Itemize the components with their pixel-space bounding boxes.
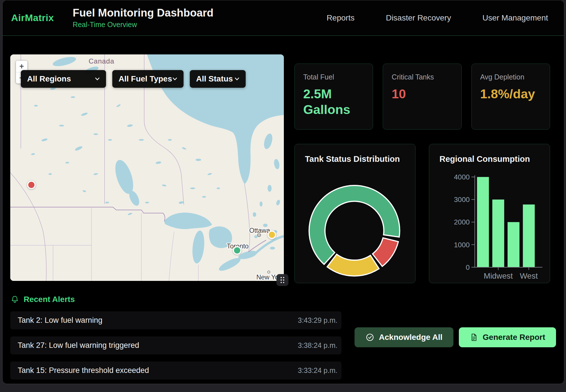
svg-text:4000: 4000 [454,173,470,181]
map-filters: All Regions All Fuel Types All Status [21,70,246,88]
stat-card-critical-tanks: Critical Tanks 10 [383,64,461,130]
chevron-down-icon [172,77,177,80]
svg-text:Midwest: Midwest [484,271,513,280]
page-subtitle: Real-Time Overview [73,21,213,29]
main-nav: Reports Disaster Recovery User Managemen… [327,13,548,23]
svg-text:3000: 3000 [454,196,470,203]
chevron-down-icon [95,77,100,80]
tank-marker-critical[interactable] [27,181,36,189]
check-circle-icon [365,333,374,342]
main-content: Canada Ottawa Toronto New York + − All R… [3,36,564,283]
regional-consumption-chart-card: Regional Consumption 01000200030004000Mi… [429,144,550,283]
alert-row: Tank 2: Low fuel warning 3:43:29 p.m. [10,311,341,329]
drag-dots-icon [279,276,286,284]
bell-icon [10,295,19,304]
map-panel: Canada Ottawa Toronto New York + − All R… [10,54,284,281]
fuel-type-filter-select[interactable]: All Fuel Types [112,70,184,88]
alert-time: 3:38:24 p.m. [298,341,337,350]
stat-card-avg-depletion: Avg Depletion 1.8%/day [471,64,550,130]
nav-user-management[interactable]: User Management [482,13,548,23]
svg-text:0: 0 [466,264,470,271]
alerts-title: Recent Alerts [24,295,75,304]
alert-time: 3:43:29 p.m. [298,316,337,324]
report-file-icon [470,333,478,342]
alert-row: Tank 15: Pressure threshold exceeded 3:3… [10,362,341,379]
chart-title: Regional Consumption [439,154,530,164]
stat-value: 1.8%/day [480,86,530,102]
chevron-down-icon [235,77,239,80]
svg-text:West: West [520,271,538,280]
status-filter-value: All Status [196,74,233,83]
acknowledge-all-button[interactable]: Acknowledge All [355,327,453,347]
charts-row: Tank Status Distribution Regional Consum… [294,144,550,283]
alert-message: Tank 27: Low fuel warning triggered [18,341,139,350]
right-column: Total Fuel 2.5M Gallons Critical Tanks 1… [294,64,564,283]
generate-report-button[interactable]: Generate Report [459,327,556,347]
status-filter-select[interactable]: All Status [190,70,246,88]
alerts-section: Recent Alerts Tank 2: Low fuel warning 3… [3,283,564,379]
tank-marker-warning[interactable] [268,230,276,239]
tank-status-donut-chart [295,144,415,283]
regional-consumption-bar-chart: 01000200030004000MidwestWest [429,144,550,283]
map-markers-layer [10,54,284,281]
stat-value: 2.5M Gallons [303,86,353,118]
stat-label: Total Fuel [303,73,364,81]
alert-row: Tank 27: Low fuel warning triggered 3:38… [10,336,341,354]
alert-message: Tank 15: Pressure threshold exceeded [18,366,149,375]
stat-value: 10 [392,86,441,102]
header: AirMatrix Fuel Monitoring Dashboard Real… [3,0,564,36]
alerts-header: Recent Alerts [10,295,551,304]
nav-disaster-recovery[interactable]: Disaster Recovery [386,13,451,23]
map[interactable]: Canada Ottawa Toronto New York + − All R… [10,54,284,281]
tank-marker-normal[interactable] [233,246,241,255]
alert-message: Tank 2: Low fuel warning [18,316,102,325]
page-title: Fuel Monitoring Dashboard [73,7,213,19]
stat-label: Critical Tanks [392,73,453,81]
stat-label: Avg Depletion [480,73,541,81]
generate-report-label: Generate Report [483,333,545,342]
tank-status-chart-card: Tank Status Distribution [294,144,416,283]
stats-row: Total Fuel 2.5M Gallons Critical Tanks 1… [294,64,550,130]
region-filter-value: All Regions [27,74,71,83]
chart-title: Tank Status Distribution [305,154,400,164]
fuel-type-filter-value: All Fuel Types [119,74,172,83]
svg-text:1000: 1000 [454,241,470,249]
map-resize-handle[interactable] [276,274,288,286]
dashboard-container: AirMatrix Fuel Monitoring Dashboard Real… [2,0,564,384]
svg-text:2000: 2000 [454,218,470,226]
title-block: Fuel Monitoring Dashboard Real-Time Over… [73,7,213,29]
app-logo: AirMatrix [11,12,54,23]
region-filter-select[interactable]: All Regions [21,70,106,88]
nav-reports[interactable]: Reports [327,13,355,23]
acknowledge-all-label: Acknowledge All [379,333,443,342]
alert-time: 3:33:24 p.m. [298,366,337,375]
alert-actions: Acknowledge All Generate Report [355,327,556,347]
stat-card-total-fuel: Total Fuel 2.5M Gallons [294,64,373,130]
